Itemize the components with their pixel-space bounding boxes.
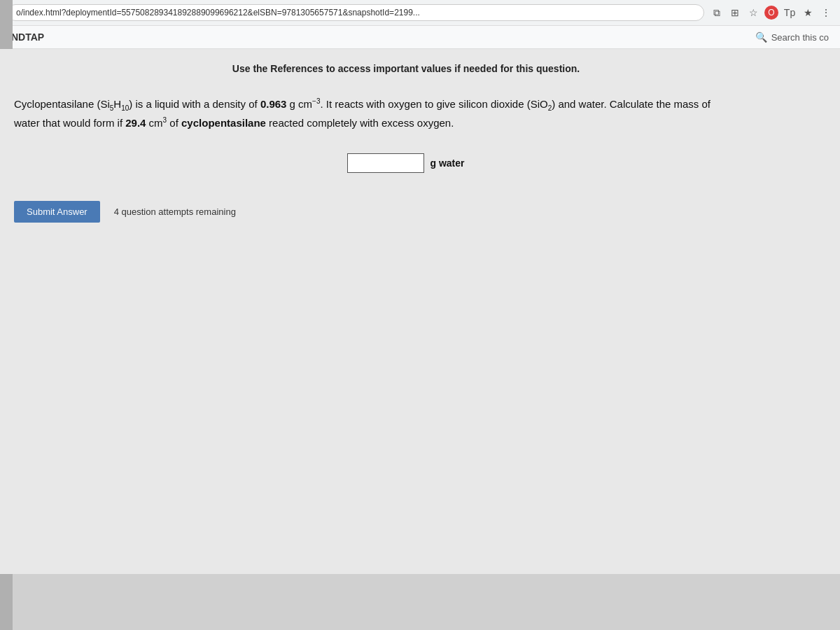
url-display: o/index.html?deploymentId=55750828934189… [7,4,704,21]
address-bar: o/index.html?deploymentId=55750828934189… [0,0,840,26]
answer-input[interactable] [347,153,424,173]
attempts-remaining: 4 question attempts remaining [114,206,236,217]
site-name: NDTAP [11,31,44,43]
volume-value: 29.4 [125,117,146,129]
sup-3: 3 [163,116,167,124]
sub-10: 10 [121,104,129,112]
sub-2: 2 [548,104,552,112]
extensions-icon[interactable]: ★ [801,6,815,20]
copy-icon[interactable]: ⧉ [710,6,724,20]
question-text-2: water that would form if 29.4 cm3 of cyc… [14,117,454,129]
sup-neg3: −3 [312,97,320,105]
sub-5: 5 [110,104,114,112]
compound-name: cyclopentasilane [181,117,266,129]
search-area[interactable]: 🔍 Search this co [755,31,829,43]
profile-icon[interactable]: O [764,6,778,20]
grid-icon[interactable]: ⊞ [728,6,742,20]
to-icon[interactable]: Tp [783,6,797,20]
answer-unit: g water [430,158,464,169]
submit-section: Submit Answer 4 question attempts remain… [14,201,798,223]
search-label: Search this co [771,32,829,43]
browser-icons: ⧉ ⊞ ☆ O Tp ★ ⋮ [710,6,833,20]
nav-row: NDTAP 🔍 Search this co [0,26,840,49]
density-value: 0.963 [260,98,287,110]
question-body: Cyclopentasilane (Si5H10) is a liquid wi… [14,95,784,132]
question-text-1: Cyclopentasilane (Si5H10) is a liquid wi… [14,98,710,110]
menu-icon[interactable]: ⋮ [819,6,833,20]
answer-row: g water [14,153,798,173]
submit-button[interactable]: Submit Answer [14,201,100,223]
star-icon[interactable]: ☆ [746,6,760,20]
main-content: Use the References to access important v… [0,49,840,574]
instruction-text: Use the References to access important v… [14,63,798,74]
search-icon: 🔍 [755,31,767,43]
